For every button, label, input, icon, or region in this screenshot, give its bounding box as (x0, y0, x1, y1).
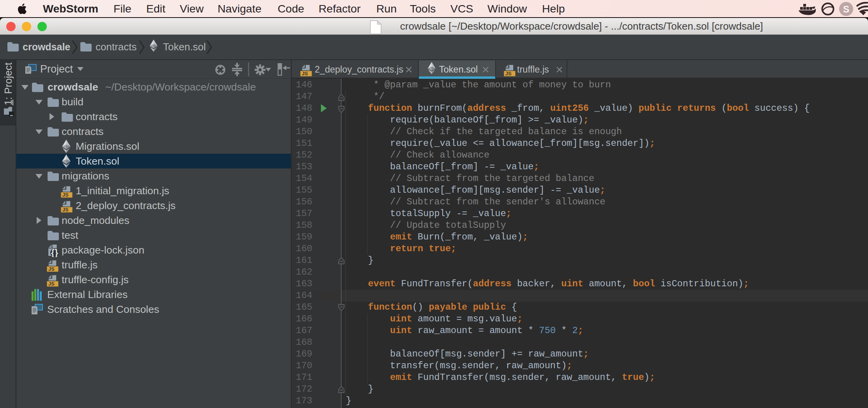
svg-text:JS: JS (302, 71, 308, 76)
svg-text:JS: JS (505, 71, 512, 76)
svg-text:JS: JS (62, 207, 69, 213)
svg-text:JS: JS (48, 281, 55, 287)
svg-text:S: S (843, 4, 849, 14)
svg-text:{}: {} (51, 247, 58, 257)
svg-text:JS: JS (62, 192, 69, 198)
svg-text:JS: JS (48, 266, 55, 272)
